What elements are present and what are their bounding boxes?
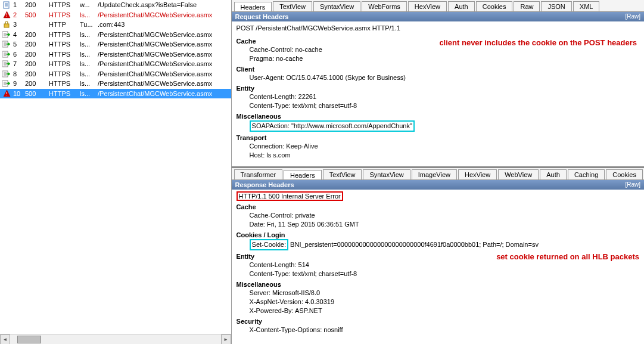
session-url: /PersistentChat/MGCWebService.asmx — [98, 80, 230, 87]
session-protocol: HTTPS — [49, 31, 80, 38]
session-row[interactable]: 5200HTTPSls.../PersistentChat/MGCWebServ… — [0, 39, 231, 49]
tab-xml[interactable]: XML — [573, 1, 600, 11]
tab-textview[interactable]: TextView — [323, 169, 362, 179]
request-tabstrip: HeadersTextViewSyntaxViewWebFormsHexView… — [232, 0, 644, 12]
horizontal-scrollbar[interactable]: ◄ ► — [0, 334, 231, 344]
session-url: /PersistentChat/MGCWebService.asmx — [98, 70, 230, 78]
session-status: 200 — [25, 41, 49, 48]
response-headers-label: Response Headers — [235, 181, 294, 188]
tab-transformer[interactable]: Transformer — [234, 169, 283, 179]
tab-caching[interactable]: Caching — [568, 169, 605, 179]
tab-textview[interactable]: TextView — [273, 1, 312, 11]
header-line: Cache-Control: private — [237, 211, 639, 220]
tab-headers[interactable]: Headers — [284, 170, 322, 180]
header-group-title: Miscellaneous — [237, 278, 639, 289]
session-row[interactable]: 7200HTTPSls.../PersistentChat/MGCWebServ… — [0, 59, 231, 69]
session-row[interactable]: 4200HTTPSls.../PersistentChat/MGCWebServ… — [0, 30, 231, 40]
tab-auth[interactable]: Auth — [540, 169, 567, 179]
tab-auth[interactable]: Auth — [448, 1, 475, 11]
session-status: 200 — [25, 80, 49, 87]
tab-webforms[interactable]: WebForms — [362, 1, 407, 11]
header-group-title: Client — [237, 63, 639, 73]
header-line: Set-Cookie: BNI_persistent=0000000000000… — [237, 239, 639, 250]
session-host: ls... — [80, 11, 98, 18]
header-line: X-Content-Type-Options: nosniff — [237, 326, 639, 334]
session-status: 500 — [25, 11, 49, 18]
session-id: 9 — [12, 80, 25, 87]
session-row[interactable]: 8200HTTPSls.../PersistentChat/MGCWebServ… — [0, 69, 231, 79]
session-row[interactable]: 6200HTTPSls.../PersistentChat/MGCWebServ… — [0, 49, 231, 60]
session-id: 10 — [12, 90, 25, 97]
tab-headers[interactable]: Headers — [234, 2, 272, 12]
header-line: Pragma: no-cache — [237, 54, 639, 63]
session-list-pane: 1200HTTPSw.../UpdateCheck.aspx?isBeta=Fa… — [0, 0, 232, 344]
session-row[interactable]: 3HTTPTu....com:443 — [0, 20, 231, 30]
header-line: Content-Length: 22261 — [237, 92, 639, 101]
session-status: 200 — [25, 51, 49, 58]
session-protocol: HTTPS — [49, 51, 80, 58]
tab-raw[interactable]: Raw — [514, 1, 540, 11]
warning-icon — [1, 11, 12, 18]
session-url: /PersistentChat/MGCWebService.asmx — [98, 11, 230, 18]
session-protocol: HTTPS — [49, 90, 80, 97]
session-id: 2 — [12, 11, 25, 18]
session-id: 6 — [12, 51, 25, 58]
header-line: Date: Fri, 11 Sep 2015 06:36:51 GMT — [237, 220, 639, 229]
session-host: ls... — [80, 80, 98, 87]
session-status: 200 — [25, 60, 49, 67]
session-id: 3 — [12, 21, 25, 28]
annotation-response: set cookie returned on all HLB packets — [496, 252, 639, 261]
tab-json[interactable]: JSON — [541, 1, 571, 11]
svg-rect-33 — [7, 92, 7, 94]
session-id: 7 — [12, 60, 25, 67]
upload-icon — [1, 80, 12, 87]
session-status: 500 — [25, 90, 49, 97]
header-group-title: Cookies / Login — [237, 229, 639, 239]
session-id: 1 — [12, 1, 25, 8]
raw-toggle[interactable]: [Raw] — [625, 13, 640, 20]
session-host: ls... — [80, 41, 98, 48]
tab-syntaxview[interactable]: SyntaxView — [363, 169, 410, 179]
session-row[interactable]: 1200HTTPSw.../UpdateCheck.aspx?isBeta=Fa… — [0, 0, 231, 10]
session-protocol: HTTPS — [49, 80, 80, 87]
tab-cookies[interactable]: Cookies — [606, 169, 643, 179]
session-url: .com:443 — [98, 21, 230, 28]
session-protocol: HTTPS — [49, 70, 80, 78]
svg-rect-5 — [7, 13, 7, 16]
session-protocol: HTTPS — [49, 1, 80, 8]
session-id: 5 — [12, 41, 25, 48]
session-url: /PersistentChat/MGCWebService.asmx — [98, 31, 230, 38]
header-line: Content-Type: text/xml; charset=utf-8 — [237, 269, 639, 278]
header-line: Connection: Keep-Alive — [237, 142, 639, 151]
tab-cookies[interactable]: Cookies — [476, 1, 513, 11]
header-group-title: Transport — [237, 132, 639, 142]
tab-hexview[interactable]: HexView — [458, 169, 497, 179]
header-line: User-Agent: OC/15.0.4745.1000 (Skype for… — [237, 73, 639, 82]
session-status: 200 — [25, 70, 49, 78]
scroll-right-button[interactable]: ► — [221, 334, 231, 345]
tab-imageview[interactable]: ImageView — [412, 169, 457, 179]
session-protocol: HTTPS — [49, 41, 80, 48]
response-headers-title: Response Headers [Raw] — [232, 180, 644, 190]
session-host: w... — [80, 1, 98, 8]
session-row[interactable]: 2500HTTPSls.../PersistentChat/MGCWebServ… — [0, 10, 231, 20]
response-headers-body: HTTP/1.1 500 Internal Server Error Cache… — [232, 190, 644, 339]
tab-webview[interactable]: WebView — [498, 169, 539, 179]
session-list[interactable]: 1200HTTPSw.../UpdateCheck.aspx?isBeta=Fa… — [0, 0, 231, 334]
scroll-thumb[interactable] — [17, 336, 41, 343]
header-line: SOAPAction: "http://www.microsoft.com/Ap… — [237, 120, 639, 132]
lock-icon — [1, 21, 12, 28]
request-headers-title: Request Headers [Raw] — [232, 12, 644, 21]
raw-toggle[interactable]: [Raw] — [625, 181, 640, 188]
session-row[interactable]: 9200HTTPSls.../PersistentChat/MGCWebServ… — [0, 79, 231, 89]
session-status: 200 — [25, 31, 49, 38]
session-row[interactable]: 10500HTTPSls.../PersistentChat/MGCWebSer… — [0, 89, 231, 99]
header-line: Host: ls s.com — [237, 151, 639, 160]
header-group-title: Security — [237, 315, 639, 326]
response-status-line: HTTP/1.1 500 Internal Server Error — [237, 191, 343, 201]
tab-syntaxview[interactable]: SyntaxView — [313, 1, 360, 11]
header-group-title: Entity — [237, 82, 639, 92]
header-group-title: Cache — [237, 201, 639, 211]
scroll-left-button[interactable]: ◄ — [0, 334, 10, 345]
tab-hexview[interactable]: HexView — [408, 1, 447, 11]
